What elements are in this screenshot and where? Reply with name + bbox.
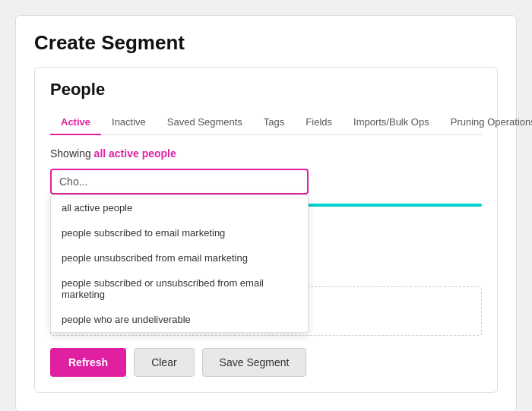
showing-row: Showing all active people	[50, 147, 482, 160]
page-title: Create Segment	[34, 31, 498, 55]
dropdown-item-undeliverable[interactable]: people who are undeliverable	[51, 307, 308, 332]
card-title: People	[50, 80, 482, 100]
dropdown-item-all-active[interactable]: all active people	[51, 195, 308, 220]
tab-tags[interactable]: Tags	[253, 110, 295, 135]
dropdown-trigger[interactable]: Cho...	[50, 169, 309, 194]
dropdown-menu: all active people people subscribed to e…	[50, 194, 309, 333]
tab-pruning-operations[interactable]: Pruning Operations	[440, 110, 532, 135]
tab-active[interactable]: Active	[50, 110, 101, 135]
dropdown-item-unsubscribed-email[interactable]: people unsubscribed from email marketing	[51, 245, 308, 270]
save-segment-button[interactable]: Save Segment	[202, 348, 307, 377]
dropdown-item-subscribed-or-unsubscribed[interactable]: people subscribed or unsubscribed from e…	[51, 270, 308, 307]
card: People Active Inactive Saved Segments Ta…	[34, 67, 498, 393]
tab-inactive[interactable]: Inactive	[101, 110, 157, 135]
dropdown-wrapper: Cho... all active people people subscrib…	[50, 169, 309, 194]
clear-button[interactable]: Clear	[134, 348, 194, 377]
refresh-button[interactable]: Refresh	[50, 348, 126, 377]
outer-container: Create Segment People Active Inactive Sa…	[15, 15, 517, 411]
showing-prefix: Showing	[50, 147, 94, 160]
tab-fields[interactable]: Fields	[295, 110, 343, 135]
footer-buttons: Refresh Clear Save Segment	[50, 348, 482, 377]
tabs-container: Active Inactive Saved Segments Tags Fiel…	[50, 110, 482, 135]
dropdown-item-subscribed-email[interactable]: people subscribed to email marketing	[51, 220, 308, 245]
tab-saved-segments[interactable]: Saved Segments	[157, 110, 253, 135]
tab-imports-bulk-ops[interactable]: Imports/Bulk Ops	[343, 110, 440, 135]
showing-highlight: all active people	[94, 147, 176, 160]
